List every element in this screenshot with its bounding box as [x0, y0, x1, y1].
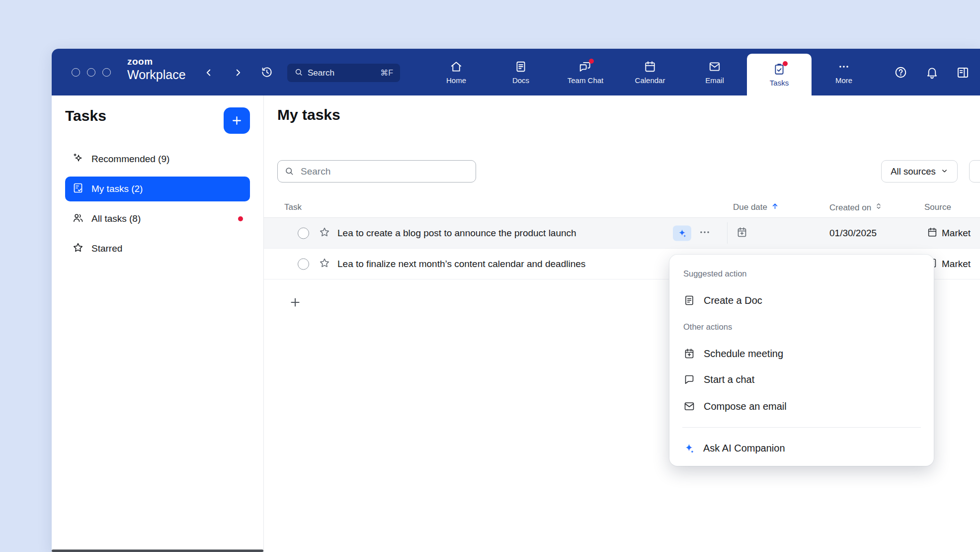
menu-divider — [682, 427, 921, 428]
tasks-icon — [773, 63, 786, 76]
app-window: zoom Workplace Search ⌘F Home — [52, 49, 980, 552]
window-control-dot[interactable] — [102, 68, 111, 77]
menu-item-start-chat[interactable]: Start a chat — [674, 369, 929, 390]
ai-companion-action-button[interactable] — [673, 225, 691, 241]
nav-tab-tasks-active[interactable]: Tasks — [747, 54, 812, 95]
sidebar-item-label: My tasks (2) — [91, 184, 143, 194]
all-tasks-notification-dot — [238, 216, 243, 221]
nav-tab-calendar[interactable]: Calendar — [618, 49, 682, 95]
window-control-dot[interactable] — [87, 68, 95, 77]
tasks-sidebar: Tasks Recommended (9) My tasks (2) — [52, 95, 264, 552]
nav-label: Docs — [512, 76, 529, 85]
task-search-input[interactable] — [277, 160, 476, 183]
menu-item-label: Compose an email — [704, 401, 787, 412]
chevron-down-icon — [941, 166, 948, 177]
envelope-icon — [683, 400, 695, 412]
nav-back-icon[interactable] — [203, 67, 214, 80]
task-title: Lea to finalize next month’s content cal… — [337, 259, 585, 270]
set-due-date-icon[interactable] — [736, 226, 748, 240]
global-search-placeholder: Search — [308, 68, 334, 78]
task-row[interactable]: Lea to create a blog post to announce th… — [264, 218, 980, 249]
menu-section-label: Suggested action — [683, 269, 747, 278]
email-icon — [708, 60, 721, 73]
menu-item-label: Create a Doc — [704, 295, 762, 306]
nav-label: Tasks — [770, 79, 789, 87]
menu-item-create-doc[interactable]: Create a Doc — [674, 290, 929, 311]
sort-both-icon[interactable] — [875, 202, 883, 213]
sources-filter-dropdown[interactable]: All sources — [881, 160, 958, 183]
task-table-header: Task Due date Created on Source — [264, 197, 980, 218]
add-task-button[interactable] — [224, 107, 250, 134]
nav-tab-docs[interactable]: Docs — [489, 49, 553, 95]
nav-tab-email[interactable]: Email — [682, 49, 747, 95]
cell-divider — [727, 222, 728, 244]
star-icon — [72, 242, 84, 256]
sidebar-item-my-tasks[interactable]: My tasks (2) — [65, 177, 250, 201]
menu-item-label: Schedule meeting — [704, 348, 783, 360]
task-title: Lea to create a blog post to announce th… — [337, 228, 576, 239]
menu-item-schedule-meeting[interactable]: Schedule meeting — [674, 343, 929, 364]
search-icon — [294, 68, 303, 79]
nav-label: Calendar — [635, 76, 665, 85]
team-chat-icon — [579, 60, 592, 73]
more-icon — [837, 60, 850, 73]
task-complete-radio[interactable] — [298, 258, 309, 270]
column-header-source: Source — [924, 202, 951, 212]
search-icon — [284, 166, 294, 178]
notifications-bell-icon[interactable] — [925, 66, 939, 81]
clipped-filter-button[interactable] — [969, 160, 980, 183]
sidebar-list: Recommended (9) My tasks (2) All tasks (… — [65, 147, 250, 261]
menu-section-label: Other actions — [683, 322, 732, 332]
sort-ascending-icon[interactable] — [771, 202, 779, 213]
sidebar-item-all-tasks[interactable]: All tasks (8) — [65, 206, 250, 231]
search-shortcut-hint: ⌘F — [380, 68, 393, 78]
created-on-value: 01/30/2025 — [829, 228, 877, 239]
nav-tab-team-chat[interactable]: Team Chat — [553, 49, 618, 95]
zoom-workplace-logo: zoom Workplace — [127, 57, 186, 82]
menu-item-ask-ai-companion[interactable]: Ask AI Companion — [674, 438, 929, 459]
primary-navigation: Home Docs Team Chat Calendar — [424, 49, 876, 95]
logo-workplace-text: Workplace — [127, 68, 186, 82]
nav-tab-home[interactable]: Home — [424, 49, 489, 95]
calendar-plus-icon — [683, 348, 695, 360]
chat-bubble-icon — [683, 373, 695, 385]
history-icon[interactable] — [260, 66, 273, 81]
row-more-actions-icon[interactable] — [698, 226, 711, 241]
team-chat-notification-dot — [589, 59, 594, 64]
star-icon[interactable] — [319, 257, 330, 271]
task-complete-radio[interactable] — [298, 227, 309, 239]
my-tasks-icon — [72, 182, 84, 196]
menu-item-label: Start a chat — [704, 374, 754, 385]
add-task-inline-icon[interactable] — [289, 296, 302, 311]
nav-label: Team Chat — [568, 76, 604, 85]
users-icon — [72, 212, 84, 226]
column-header-task: Task — [284, 202, 302, 212]
docs-icon — [514, 60, 527, 73]
side-panel-calendar-icon[interactable] — [956, 66, 970, 81]
column-header-due-date[interactable]: Due date — [733, 202, 779, 213]
window-control-dot[interactable] — [72, 68, 80, 77]
star-icon[interactable] — [319, 226, 330, 240]
help-icon[interactable] — [894, 66, 907, 81]
sources-filter-value: All sources — [891, 166, 935, 177]
ai-companion-icon — [683, 443, 695, 454]
window-controls[interactable] — [72, 68, 111, 77]
scrollbar-horizontal[interactable] — [52, 550, 263, 552]
source-value: Market — [942, 228, 971, 239]
global-search-input[interactable]: Search ⌘F — [287, 64, 400, 82]
task-search — [277, 160, 476, 183]
tasks-notification-dot — [783, 61, 788, 66]
doc-icon — [683, 294, 695, 306]
sidebar-item-starred[interactable]: Starred — [65, 236, 250, 261]
nav-tab-more[interactable]: More — [812, 49, 876, 95]
nav-forward-icon[interactable] — [233, 67, 244, 80]
calendar-icon — [644, 60, 656, 73]
nav-label: Email — [705, 76, 724, 85]
sidebar-item-recommended[interactable]: Recommended (9) — [65, 147, 250, 172]
sidebar-title: Tasks — [65, 107, 106, 124]
my-tasks-panel: My tasks All sources Task Due date — [264, 95, 980, 552]
page-title: My tasks — [277, 106, 340, 123]
menu-item-compose-email[interactable]: Compose an email — [674, 396, 929, 417]
column-header-created-on[interactable]: Created on — [829, 202, 883, 213]
home-icon — [450, 60, 463, 73]
